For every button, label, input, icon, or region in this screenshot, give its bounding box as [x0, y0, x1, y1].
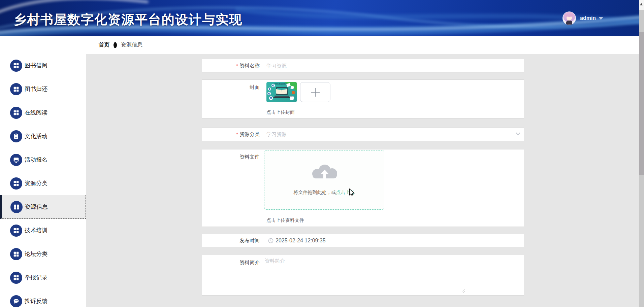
sidebar-item-forum-category[interactable]: 论坛分类 — [0, 242, 86, 266]
dropzone-text: 将文件拖到此处，或点击上传 — [264, 190, 384, 196]
sidebar-item-label: 图书借阅 — [25, 62, 47, 69]
app-header: 乡村书屋数字化资源平台的设计与实现 admin — [0, 0, 639, 36]
required-asterisk: * — [236, 131, 238, 137]
mouse-cursor-icon — [349, 189, 355, 197]
field-label: 资料文件 — [202, 149, 260, 160]
sidebar-item-label: 投诉反馈 — [25, 297, 47, 305]
clipboard-icon — [10, 130, 22, 142]
plus-icon — [311, 88, 320, 97]
intro-textarea[interactable] — [265, 258, 467, 294]
field-row-cover: 封面 OnlineEducation 点击上传封面 — [202, 79, 524, 118]
breadcrumb: 首页 资源信息 — [99, 41, 142, 48]
publish-time-value[interactable]: 2025-02-24 12:09:35 — [276, 234, 326, 247]
name-input[interactable] — [266, 59, 512, 72]
category-placeholder: 学习资源 — [266, 128, 287, 141]
field-label: 封面 — [202, 80, 260, 91]
cover-upload-button[interactable] — [300, 82, 330, 102]
chat-icon — [10, 295, 22, 307]
field-row-name: *资料名称 — [202, 59, 524, 72]
sidebar-item-label: 资源分类 — [25, 179, 47, 187]
file-upload-hint: 点击上传资料文件 — [266, 217, 304, 224]
scrollbar-thumb[interactable] — [639, 32, 644, 175]
sidebar-item-book-borrow[interactable]: 图书借阅 — [0, 54, 86, 77]
field-row-file: 资料文件 将文件拖到此处，或点击上传 点击上传资料文件 — [202, 149, 524, 227]
sidebar-item-label: 论坛分类 — [25, 250, 47, 258]
resize-handle[interactable] — [461, 289, 465, 293]
grid-icon — [10, 272, 22, 284]
sidebar-item-label: 资源信息 — [25, 203, 48, 211]
grid-icon — [10, 83, 22, 95]
chevron-down-icon — [599, 17, 603, 20]
monitor-icon — [10, 154, 22, 166]
grid-icon — [10, 107, 22, 119]
breadcrumb-current: 资源信息 — [121, 41, 142, 48]
field-row-publish-time: 发布时间 2025-02-24 12:09:35 — [202, 234, 524, 247]
sidebar-item-label: 活动报名 — [25, 156, 47, 164]
sidebar: 图书借阅图书归还在线阅读文化活动活动报名资源分类资源信息技术培训论坛分类举报记录… — [0, 36, 86, 307]
user-avatar[interactable] — [562, 11, 576, 25]
cover-badge-text: OnlineEducation — [275, 83, 287, 85]
category-select[interactable]: 学习资源 — [266, 128, 522, 141]
cover-upload-hint: 点击上传封面 — [266, 109, 295, 115]
field-label: *资源分类 — [202, 128, 260, 141]
sidebar-item-resource-info[interactable]: 资源信息 — [0, 195, 86, 219]
required-asterisk: * — [236, 63, 238, 68]
scrollbar-up-button[interactable] — [639, 0, 644, 10]
field-row-intro: 资料简介 — [202, 255, 524, 296]
sidebar-item-complaint-feedback[interactable]: 投诉反馈 — [0, 289, 86, 307]
sidebar-item-resource-category[interactable]: 资源分类 — [0, 171, 86, 195]
cover-preview-image[interactable]: OnlineEducation — [266, 82, 297, 102]
sidebar-item-culture-activity[interactable]: 文化活动 — [0, 124, 86, 148]
field-label: 发布时间 — [202, 234, 260, 247]
breadcrumb-home[interactable]: 首页 — [99, 41, 109, 48]
sidebar-item-book-return[interactable]: 图书归还 — [0, 77, 86, 101]
breadcrumb-bar: 首页 资源信息 — [0, 36, 639, 54]
grid-icon — [10, 177, 22, 190]
page-title: 乡村书屋数字化资源平台的设计与实现 — [13, 11, 243, 28]
sidebar-item-label: 在线阅读 — [25, 109, 47, 116]
sidebar-item-report-record[interactable]: 举报记录 — [0, 266, 86, 289]
app: 乡村书屋数字化资源平台的设计与实现 admin 首页 资源信息 图书借阅图书归还… — [0, 0, 644, 307]
sidebar-item-label: 图书归还 — [25, 85, 47, 93]
chevron-down-icon — [516, 132, 520, 135]
field-label: *资料名称 — [202, 59, 260, 72]
breadcrumb-separator-icon — [114, 42, 117, 48]
sidebar-item-online-reading[interactable]: 在线阅读 — [0, 101, 86, 125]
upload-cloud-icon — [312, 165, 338, 182]
sidebar-item-label: 文化活动 — [25, 132, 47, 140]
clock-icon — [268, 238, 273, 243]
field-row-category: *资源分类 学习资源 — [202, 128, 524, 141]
grid-icon — [10, 201, 23, 213]
grid-icon — [10, 225, 22, 237]
field-label: 资料简介 — [202, 255, 260, 266]
grid-icon — [10, 248, 22, 260]
user-name: admin — [580, 15, 596, 21]
sidebar-item-label: 技术培训 — [25, 227, 47, 234]
main-content: *资料名称 封面 OnlineEducation 点击上传封面 — [86, 54, 639, 307]
file-dropzone[interactable]: 将文件拖到此处，或点击上传 — [264, 150, 384, 210]
user-menu[interactable]: admin — [562, 11, 603, 25]
sidebar-item-tech-training[interactable]: 技术培训 — [0, 218, 86, 242]
grid-icon — [10, 60, 22, 72]
sidebar-item-label: 举报记录 — [25, 274, 47, 281]
sidebar-item-activity-signup[interactable]: 活动报名 — [0, 148, 86, 172]
scrollbar[interactable] — [639, 0, 644, 307]
